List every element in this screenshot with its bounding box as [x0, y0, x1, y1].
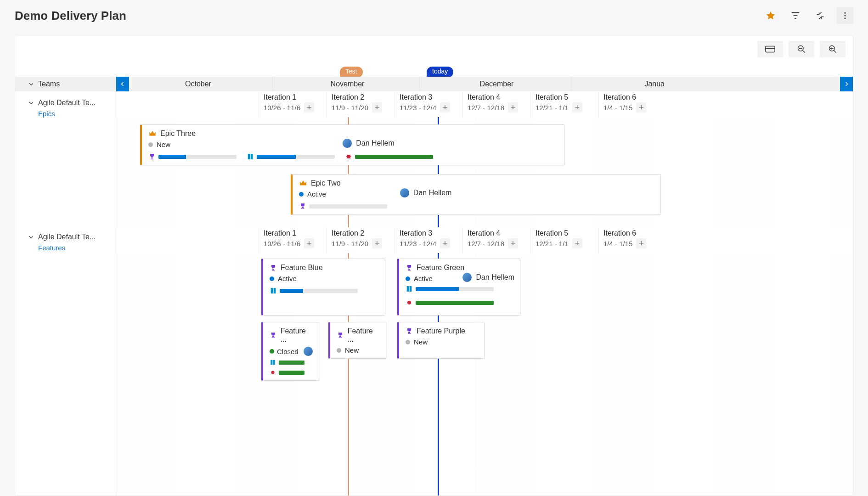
add-item-button[interactable]: +: [440, 102, 450, 113]
iteration-col-2[interactable]: Iteration 2 11/9 - 11/20+: [327, 91, 395, 117]
card-status: New: [345, 346, 359, 354]
svg-point-1: [845, 15, 846, 17]
add-item-button[interactable]: +: [508, 102, 518, 113]
add-item-button[interactable]: +: [440, 238, 450, 248]
add-item-button[interactable]: +: [636, 238, 646, 248]
iteration-dates: 11/9 - 11/20: [332, 240, 368, 248]
svg-rect-3: [766, 46, 775, 52]
iteration-col-4b[interactable]: Iteration 4 12/7 - 12/18+: [462, 227, 530, 253]
iteration-col-3b[interactable]: Iteration 3 11/23 - 12/4+: [395, 227, 462, 253]
chevron-left-icon: [120, 80, 125, 88]
collapse-icon: [816, 11, 825, 20]
iteration-col-5[interactable]: Iteration 5 12/21 - 1/1+: [530, 91, 598, 117]
iteration-title: Iteration 2: [332, 93, 391, 101]
fit-to-window-button[interactable]: [757, 41, 783, 57]
card-feature-new[interactable]: Feature ... New: [328, 322, 386, 359]
month-october: October: [121, 77, 272, 91]
add-item-button[interactable]: +: [304, 238, 314, 248]
iteration-title: Iteration 4: [468, 229, 527, 237]
team-backlog-link-0[interactable]: Epics: [38, 110, 96, 118]
crown-icon: [299, 179, 307, 187]
card-title: Epic Three: [160, 130, 196, 138]
collapse-button[interactable]: [812, 7, 829, 24]
status-dot: [148, 142, 153, 147]
iteration-title: Iteration 2: [332, 229, 391, 237]
card-feature-closed[interactable]: Feature ... Closed: [261, 322, 319, 381]
teams-header-label: Teams: [38, 80, 60, 88]
status-dot: [270, 276, 274, 281]
iteration-title: Iteration 1: [264, 93, 323, 101]
card-epic-two[interactable]: Epic Two Active Dan Hellem: [291, 174, 661, 215]
scroll-left-button[interactable]: [116, 77, 129, 91]
bug-icon: [406, 299, 413, 306]
card-feature-purple[interactable]: Feature Purple New: [397, 322, 485, 359]
svg-point-2: [845, 17, 846, 19]
iteration-dates: 12/21 - 1/1: [535, 104, 569, 112]
add-item-button[interactable]: +: [572, 238, 582, 248]
zoom-in-icon: [828, 45, 837, 54]
team-row-0[interactable]: Agile Default Te...: [28, 99, 96, 107]
card-epic-three[interactable]: Epic Three New Dan Hellem: [140, 124, 564, 165]
book-icon: [270, 287, 277, 294]
iteration-col-3[interactable]: Iteration 3 11/23 - 12/4+: [395, 91, 462, 117]
add-item-button[interactable]: +: [572, 102, 582, 113]
rollup-feature: [299, 203, 387, 210]
add-item-button[interactable]: +: [372, 102, 382, 113]
zoom-out-button[interactable]: [789, 41, 814, 57]
avatar: [303, 346, 313, 356]
add-item-button[interactable]: +: [372, 238, 382, 248]
iteration-col-1[interactable]: Iteration 1 10/26 - 11/6+: [259, 91, 327, 117]
crown-icon: [148, 130, 157, 138]
trophy-icon: [337, 332, 344, 339]
page-title: Demo Delivery Plan: [15, 9, 126, 23]
add-item-button[interactable]: +: [508, 238, 518, 248]
svg-line-9: [834, 51, 836, 53]
iteration-dates: 10/26 - 11/6: [264, 104, 300, 112]
avatar: [342, 138, 352, 148]
chevron-down-icon: [28, 100, 34, 106]
avatar: [400, 188, 410, 198]
iteration-col-4[interactable]: Iteration 4 12/7 - 12/18+: [462, 91, 530, 117]
svg-point-0: [845, 12, 846, 14]
zoom-in-button[interactable]: [820, 41, 845, 57]
bug-icon: [345, 153, 352, 160]
svg-point-13: [407, 301, 411, 304]
trophy-icon: [406, 264, 413, 271]
marker-test[interactable]: Test: [340, 67, 363, 78]
add-item-button[interactable]: +: [636, 102, 646, 113]
rollup-story: [406, 285, 494, 293]
iteration-col-6[interactable]: Iteration 6 1/4 - 1/15+: [598, 91, 666, 117]
iteration-dates: 11/23 - 12/4: [400, 240, 436, 248]
trophy-icon: [406, 327, 413, 335]
team-name-1: Agile Default Te...: [38, 233, 96, 241]
team-name-0: Agile Default Te...: [38, 99, 96, 107]
chevron-down-icon: [28, 81, 34, 87]
iteration-col-2b[interactable]: Iteration 2 11/9 - 11/20+: [327, 227, 395, 253]
team-backlog-link-1[interactable]: Features: [38, 244, 96, 252]
teams-header[interactable]: Teams: [15, 77, 116, 91]
team-row-1[interactable]: Agile Default Te...: [28, 233, 96, 241]
status-dot: [406, 276, 410, 281]
iteration-col-6b[interactable]: Iteration 6 1/4 - 1/15+: [598, 227, 666, 253]
marker-today[interactable]: today: [427, 67, 453, 78]
filter-button[interactable]: [787, 7, 804, 24]
chevron-right-icon: [844, 80, 849, 88]
iteration-title: Iteration 3: [400, 229, 459, 237]
iteration-title: Iteration 6: [603, 229, 663, 237]
status-dot: [406, 340, 410, 344]
rollup-feature: [148, 153, 237, 160]
favorite-button[interactable]: [762, 7, 779, 24]
iteration-title: Iteration 5: [535, 229, 595, 237]
add-item-button[interactable]: +: [304, 102, 314, 113]
iteration-dates: 11/9 - 11/20: [332, 104, 368, 112]
iteration-col-5b[interactable]: Iteration 5 12/21 - 1/1+: [530, 227, 598, 253]
card-status: Active: [307, 190, 326, 198]
scroll-right-button[interactable]: [840, 77, 853, 91]
rollup-bug: [270, 369, 304, 376]
card-status: Active: [414, 275, 433, 282]
iteration-col-1b[interactable]: Iteration 1 10/26 - 11/6+: [259, 227, 327, 253]
more-button[interactable]: [837, 7, 853, 24]
card-feature-blue[interactable]: Feature Blue Active: [261, 259, 385, 316]
marker-test-label: Test: [345, 68, 357, 75]
card-feature-green[interactable]: Feature Green Active Dan Hellem: [397, 259, 520, 316]
